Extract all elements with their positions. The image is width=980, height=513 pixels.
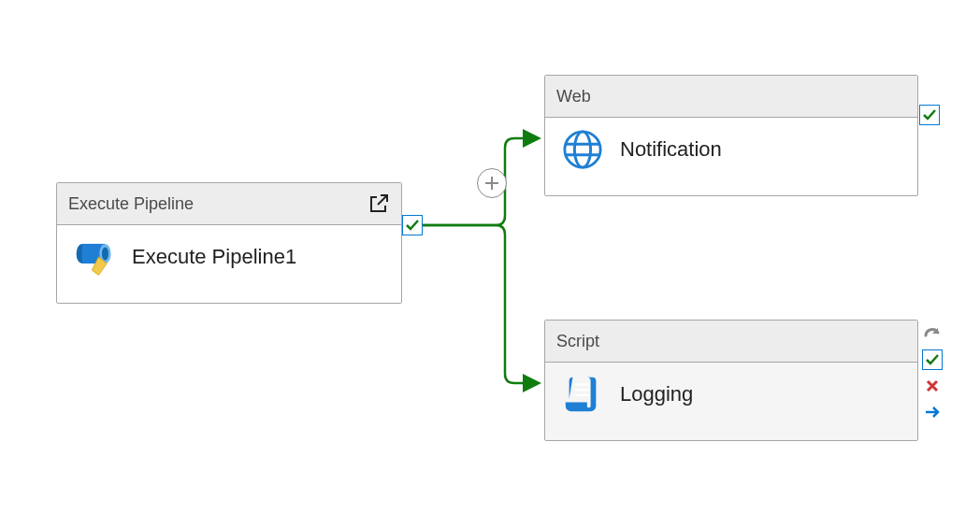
success-handle-exec[interactable] bbox=[402, 215, 423, 235]
add-activity-junction[interactable] bbox=[477, 168, 507, 198]
check-icon bbox=[405, 218, 420, 233]
arrow-right-icon bbox=[924, 405, 941, 420]
svg-point-3 bbox=[102, 247, 108, 260]
open-pipeline-icon[interactable] bbox=[368, 192, 390, 215]
activity-name: Execute Pipeline1 bbox=[132, 245, 296, 269]
activity-name: Notification bbox=[620, 137, 722, 162]
check-icon bbox=[922, 107, 937, 122]
svg-point-5 bbox=[565, 132, 600, 167]
activity-name: Logging bbox=[620, 382, 693, 406]
completion-arrow-icon bbox=[923, 326, 942, 341]
activity-web[interactable]: Web Notification bbox=[544, 75, 918, 196]
activity-header: Script bbox=[545, 321, 917, 363]
failure-handle[interactable] bbox=[922, 376, 943, 396]
activity-body: Notification bbox=[545, 118, 917, 181]
check-icon bbox=[925, 352, 940, 367]
dependency-handles-script bbox=[922, 323, 943, 422]
completion-handle[interactable] bbox=[922, 323, 943, 344]
activity-type-label: Script bbox=[556, 332, 599, 351]
activity-header: Web bbox=[545, 76, 917, 118]
svg-point-6 bbox=[574, 132, 590, 167]
connector-exec-to-script[interactable] bbox=[422, 225, 538, 383]
plus-icon bbox=[483, 175, 500, 192]
globe-icon bbox=[562, 129, 603, 170]
activity-type-label: Execute Pipeline bbox=[68, 194, 194, 214]
x-icon bbox=[925, 378, 940, 393]
activity-type-label: Web bbox=[556, 87, 591, 107]
activity-header: Execute Pipeline bbox=[57, 183, 401, 225]
success-handle[interactable] bbox=[922, 349, 943, 370]
activity-execute-pipeline[interactable]: Execute Pipeline Execute Pipeline1 bbox=[56, 182, 402, 304]
success-handle-web[interactable] bbox=[919, 105, 940, 125]
skip-handle[interactable] bbox=[922, 402, 943, 422]
pipeline-canvas[interactable]: Execute Pipeline Execute Pipeline1 bbox=[0, 0, 980, 513]
script-icon bbox=[562, 374, 603, 415]
activity-body: Execute Pipeline1 bbox=[57, 225, 401, 289]
activity-script[interactable]: Script Logging bbox=[544, 320, 918, 441]
activity-body: Logging bbox=[545, 363, 917, 426]
pipe-icon bbox=[74, 236, 115, 278]
